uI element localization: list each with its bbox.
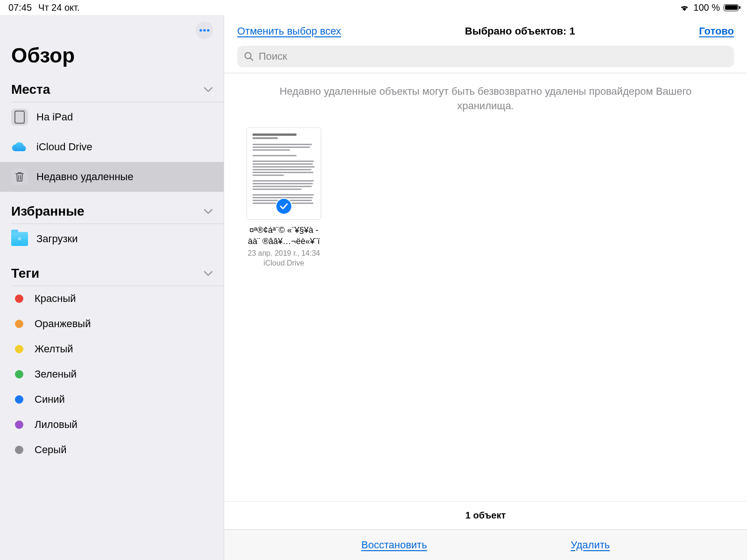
search-input[interactable]: Поиск (237, 46, 734, 67)
sidebar-item-label: Зеленый (35, 368, 77, 380)
sidebar-item-label: На iPad (36, 111, 73, 123)
folder-downloads-icon (11, 231, 28, 247)
tag-dot-icon (15, 420, 23, 429)
section-header-favorites[interactable]: Избранные (0, 192, 224, 224)
ellipsis-icon (199, 29, 210, 32)
sidebar-tag-grey[interactable]: Серый (0, 437, 224, 462)
sidebar-tag-yellow[interactable]: Желтый (0, 336, 224, 362)
nav-bar: Отменить выбор всех Выбрано объектов: 1 … (224, 15, 747, 46)
sidebar-tag-blue[interactable]: Синий (0, 387, 224, 412)
file-name: ¤ª®¢áª¨© «¨¥§¥à ‑ àà¨ ®ââ¥…¬ëè«¥¨ï (237, 224, 331, 247)
body-row: Обзор Места На iPad (0, 0, 747, 560)
section-header-tags[interactable]: Теги (0, 254, 224, 286)
section-header-label: Теги (11, 266, 39, 281)
status-battery-pct: 100 % (693, 2, 720, 13)
sidebar-item-icloud[interactable]: iCloud Drive (0, 132, 224, 162)
sidebar-item-label: iCloud Drive (36, 141, 92, 153)
chevron-down-icon (204, 271, 212, 276)
footer-count: 1 объект (224, 501, 747, 529)
sidebar-item-label: Загрузки (36, 233, 78, 245)
app-root: 07:45 Чт 24 окт. 100 % (0, 0, 747, 560)
status-bar: 07:45 Чт 24 окт. 100 % (0, 0, 747, 15)
sidebar-tag-red[interactable]: Красный (0, 286, 224, 311)
content: Отменить выбор всех Выбрано объектов: 1 … (224, 15, 747, 560)
ipad-icon (11, 109, 28, 126)
wifi-icon (679, 4, 690, 11)
section-header-label: Избранные (11, 204, 85, 219)
sidebar-actions (0, 21, 224, 42)
status-time: 07:45 (8, 2, 32, 13)
search-wrap: Поиск (224, 46, 747, 73)
section-header-locations[interactable]: Места (0, 79, 224, 102)
section-header-label: Места (11, 82, 50, 97)
content-body: Недавно удаленные объекты могут быть без… (224, 73, 747, 501)
sidebar-item-label: Недавно удаленные (36, 171, 134, 183)
svg-point-1 (203, 29, 205, 31)
status-date: Чт 24 окт. (38, 2, 79, 13)
done-button[interactable]: Готово (699, 25, 734, 37)
file-meta: 23 апр. 2019 г., 14:34 iCloud Drive (237, 249, 331, 268)
tag-dot-icon (15, 395, 23, 404)
tag-dot-icon (15, 345, 23, 353)
tag-dot-icon (15, 446, 23, 454)
svg-point-2 (207, 29, 209, 31)
sidebar-title: Обзор (0, 42, 224, 79)
sidebar-item-label: Серый (35, 444, 66, 456)
status-left: 07:45 Чт 24 окт. (8, 2, 80, 13)
chevron-down-icon (204, 209, 212, 214)
deselect-all-button[interactable]: Отменить выбор всех (237, 25, 341, 37)
tag-dot-icon (15, 370, 23, 378)
bottom-toolbar: Восстановить Удалить (224, 529, 747, 560)
delete-button[interactable]: Удалить (571, 539, 610, 551)
trash-icon (11, 168, 28, 185)
sidebar-item-label: Желтый (35, 343, 73, 355)
deleted-notice: Недавно удаленные объекты могут быть без… (237, 84, 734, 127)
sidebar-item-label: Красный (35, 293, 76, 305)
battery-icon (724, 4, 739, 11)
file-thumbnail (247, 127, 321, 220)
sidebar-item-label: Синий (35, 393, 65, 406)
file-grid: ¤ª®¢áª¨© «¨¥§¥à ‑ àà¨ ®ââ¥…¬ëè«¥¨ï 23 ап… (237, 127, 734, 268)
sidebar-item-label: Оранжевый (35, 318, 91, 330)
search-placeholder: Поиск (259, 50, 287, 63)
nav-title: Выбрано объектов: 1 (351, 25, 690, 37)
sidebar-item-label: Лиловый (35, 419, 78, 431)
svg-line-4 (250, 58, 253, 60)
search-icon (244, 51, 254, 62)
chevron-down-icon (204, 87, 212, 92)
status-right: 100 % (679, 2, 739, 13)
sidebar-tag-orange[interactable]: Оранжевый (0, 311, 224, 336)
sidebar-tag-green[interactable]: Зеленый (0, 362, 224, 387)
svg-point-0 (199, 29, 202, 31)
file-item[interactable]: ¤ª®¢áª¨© «¨¥§¥à ‑ àà¨ ®ââ¥…¬ëè«¥¨ï 23 ап… (237, 127, 331, 268)
sidebar-item-recently-deleted[interactable]: Недавно удаленные (0, 162, 224, 192)
tag-dot-icon (15, 294, 23, 303)
sidebar-item-downloads[interactable]: Загрузки (0, 224, 224, 254)
sidebar-item-on-ipad[interactable]: На iPad (0, 102, 224, 132)
icloud-icon (11, 139, 28, 155)
sidebar-tag-purple[interactable]: Лиловый (0, 412, 224, 437)
more-button[interactable] (196, 21, 213, 39)
selected-check-icon (275, 198, 292, 215)
sidebar: Обзор Места На iPad (0, 15, 224, 560)
tag-dot-icon (15, 320, 23, 328)
restore-button[interactable]: Восстановить (361, 539, 427, 551)
